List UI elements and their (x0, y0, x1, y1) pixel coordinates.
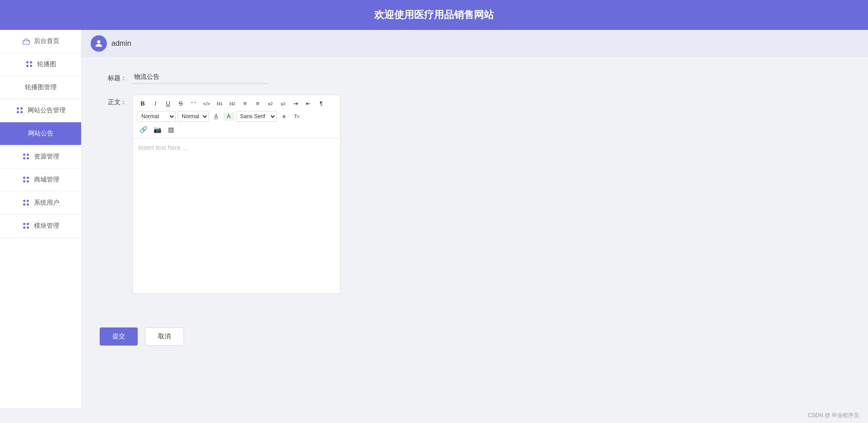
highlight-button[interactable]: A (223, 112, 234, 120)
format-select[interactable]: Normal Heading 1 Heading 2 (137, 111, 176, 122)
button-area: 提交 取消 (82, 318, 868, 355)
home-icon (22, 37, 30, 45)
title-label: 标题： (100, 71, 127, 82)
carousel-icon (25, 60, 34, 68)
h1-button[interactable]: H1 (214, 100, 225, 108)
sidebar-item-notice-manage[interactable]: 网站公告管理 (0, 99, 81, 122)
sidebar-label-home: 后台首页 (34, 37, 59, 45)
content-label: 正文： (100, 95, 127, 106)
cancel-button[interactable]: 取消 (145, 327, 184, 346)
rich-text-editor[interactable]: B I U S " " </> H1 H2 ≡ ≡ x2 x2 (132, 95, 341, 294)
sidebar: 后台首页 轮播图 轮播图管理 网站公告管理 (0, 30, 82, 408)
title-row: 标题： (100, 71, 850, 84)
indent-right-button[interactable]: ⇥ (290, 99, 301, 108)
sidebar-label-users: 系统用户 (34, 199, 59, 207)
main-content: admin 标题： 正文： B I U S (82, 30, 868, 408)
footer-text: CSDN @ 毕业程序员 (808, 412, 859, 418)
sidebar-item-modules[interactable]: 模块管理 (0, 215, 81, 238)
toolbar-row-3: 🔗 📷 ▨ (137, 125, 336, 135)
link-button[interactable]: 🔗 (137, 125, 149, 135)
notice-manage-icon (16, 106, 24, 115)
sidebar-label-carousel: 轮播图 (37, 60, 56, 68)
align-button[interactable]: ≡ (279, 112, 289, 121)
header-title: 欢迎使用医疗用品销售网站 (374, 9, 494, 20)
paragraph-button[interactable]: ¶ (316, 99, 327, 108)
ordered-list-button[interactable]: ≡ (240, 99, 251, 108)
svg-rect-0 (23, 41, 29, 44)
modules-icon (22, 222, 30, 230)
indent-left-button[interactable]: ⇤ (303, 99, 314, 108)
sidebar-label-notice-manage: 网站公告管理 (28, 106, 66, 115)
submit-button[interactable]: 提交 (100, 327, 138, 346)
font-family-select[interactable]: Sans Serif Serif Monospace (236, 111, 277, 122)
sidebar-item-resource[interactable]: 资源管理 (0, 145, 81, 168)
sidebar-item-home[interactable]: 后台首页 (0, 30, 81, 53)
sidebar-item-users[interactable]: 系统用户 (0, 192, 81, 215)
h2-button[interactable]: H2 (227, 100, 238, 108)
content-row: 正文： B I U S " " </> H1 H2 (100, 95, 850, 294)
clear-format-button[interactable]: Tx (291, 112, 302, 120)
font-color-button[interactable]: A (211, 112, 222, 121)
sidebar-item-shop[interactable]: 商城管理 (0, 168, 81, 192)
user-bar: admin (82, 30, 868, 57)
strikethrough-button[interactable]: S (175, 99, 186, 108)
sidebar-label-carousel-manage: 轮播图管理 (25, 83, 57, 91)
sidebar-item-carousel-manage[interactable]: 轮播图管理 (0, 76, 81, 99)
video-button[interactable]: ▨ (165, 125, 176, 135)
sidebar-item-notice[interactable]: 网站公告 (0, 122, 81, 145)
user-avatar (91, 35, 107, 52)
toolbar-row-2: Normal Heading 1 Heading 2 Normal Small … (137, 111, 336, 122)
sidebar-label-resource: 资源管理 (34, 153, 59, 161)
image-button[interactable]: 📷 (151, 125, 164, 135)
sidebar-item-carousel[interactable]: 轮播图 (0, 53, 81, 76)
toolbar-row-1: B I U S " " </> H1 H2 ≡ ≡ x2 x2 (137, 99, 336, 108)
form-area: 标题： 正文： B I U S " " </> (82, 57, 868, 318)
sidebar-label-shop: 商城管理 (34, 176, 59, 184)
sidebar-label-modules: 模块管理 (34, 222, 59, 230)
code-button[interactable]: </> (201, 100, 212, 108)
blockquote-button[interactable]: " " (188, 100, 199, 108)
editor-toolbar: B I U S " " </> H1 H2 ≡ ≡ x2 x2 (133, 95, 340, 139)
underline-button[interactable]: U (163, 99, 174, 108)
size-select[interactable]: Normal Small Large (178, 111, 209, 122)
unordered-list-button[interactable]: ≡ (252, 99, 263, 108)
svg-point-1 (97, 40, 100, 43)
title-input[interactable] (132, 71, 268, 84)
subscript-button[interactable]: x2 (265, 100, 276, 108)
sidebar-label-notice: 网站公告 (28, 130, 53, 138)
users-icon (22, 199, 30, 207)
bold-button[interactable]: B (137, 99, 148, 108)
top-header: 欢迎使用医疗用品销售网站 (0, 0, 868, 30)
italic-button[interactable]: I (150, 99, 161, 108)
superscript-button[interactable]: x2 (278, 100, 289, 108)
editor-body[interactable]: Insert text here ... (133, 139, 340, 293)
user-name: admin (111, 39, 131, 48)
footer: CSDN @ 毕业程序员 (0, 408, 868, 423)
editor-placeholder: Insert text here ... (138, 144, 188, 151)
resource-icon (22, 153, 30, 161)
shop-icon (22, 176, 30, 184)
